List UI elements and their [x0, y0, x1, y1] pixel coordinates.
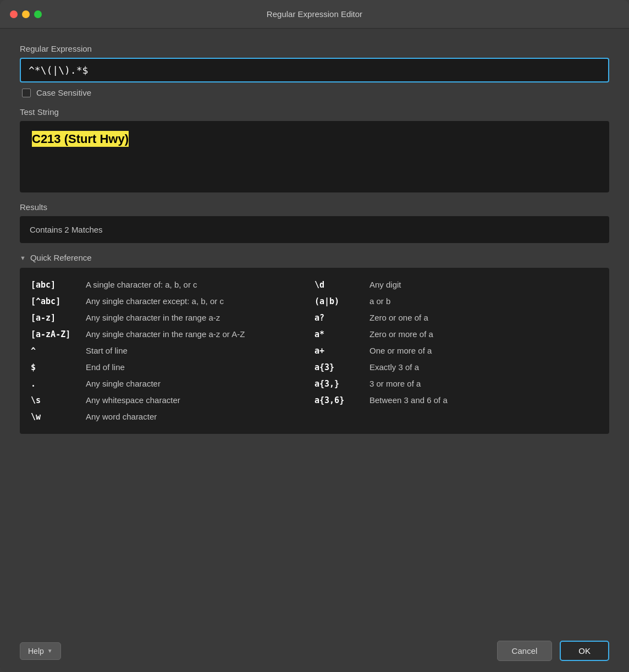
footer-right-buttons: Cancel OK: [497, 641, 609, 661]
ref-token: a{3,6}: [314, 395, 369, 405]
results-section: Results Contains 2 Matches: [20, 202, 609, 243]
ref-desc: End of line: [86, 362, 314, 372]
test-string-highlighted: C213 (Sturt Hwy): [32, 132, 129, 146]
cancel-button[interactable]: Cancel: [497, 641, 553, 661]
ref-desc: A single character of: a, b, or c: [86, 280, 314, 289]
ref-token: a{3,}: [314, 379, 369, 389]
ref-row: \s Any whitespace character: [31, 392, 314, 409]
ref-desc: Exactly 3 of a: [369, 362, 598, 372]
ref-row: [a-zA-Z] Any single character in the ran…: [31, 326, 314, 343]
ref-token: (a|b): [314, 296, 369, 306]
ref-token: .: [31, 379, 86, 389]
ref-row: [abc] A single character of: a, b, or c: [31, 277, 314, 293]
ref-desc: Any word character: [86, 412, 314, 421]
footer: Help ▼ Cancel OK: [0, 633, 629, 672]
ref-left-col: [abc] A single character of: a, b, or c …: [31, 277, 314, 425]
help-label: Help: [28, 647, 44, 656]
ref-desc: Any single character: [86, 379, 314, 388]
ref-row: (a|b) a or b: [314, 293, 598, 310]
ref-row: [a-z] Any single character in the range …: [31, 310, 314, 326]
ref-row: a* Zero or more of a: [314, 326, 598, 343]
ref-desc: 3 or more of a: [369, 379, 598, 388]
ref-token: \w: [31, 412, 86, 422]
ref-row: a+ One or more of a: [314, 343, 598, 359]
ref-row: a{3,6} Between 3 and 6 of a: [314, 392, 598, 409]
case-sensitive-label: Case Sensitive: [36, 88, 91, 97]
minimize-button[interactable]: [22, 10, 30, 18]
test-string-section: Test String C213 (Sturt Hwy): [20, 107, 609, 192]
window-controls: [10, 10, 42, 18]
ref-row: ^ Start of line: [31, 343, 314, 359]
case-sensitive-checkbox[interactable]: [22, 89, 31, 97]
test-string-box[interactable]: C213 (Sturt Hwy): [20, 121, 609, 192]
ref-token: a{3}: [314, 362, 369, 372]
ref-token: [abc]: [31, 280, 86, 290]
ref-row: [^abc] Any single character except: a, b…: [31, 293, 314, 310]
case-sensitive-row: Case Sensitive: [20, 88, 609, 97]
ref-row: $ End of line: [31, 359, 314, 376]
ok-button[interactable]: OK: [560, 641, 609, 661]
quick-reference-header[interactable]: ▼ Quick Reference: [20, 253, 609, 262]
results-label: Results: [20, 202, 609, 212]
ref-desc: Any single character in the range a-z or…: [86, 329, 314, 339]
ref-row: a{3} Exactly 3 of a: [314, 359, 598, 376]
ref-row: \w Any word character: [31, 409, 314, 425]
ref-token: [a-z]: [31, 313, 86, 323]
ref-token: \s: [31, 395, 86, 405]
ref-token: a+: [314, 346, 369, 356]
ref-row: a{3,} 3 or more of a: [314, 376, 598, 392]
ref-desc: a or b: [369, 296, 598, 306]
regex-input-wrapper: [20, 58, 609, 82]
ref-desc: Between 3 and 6 of a: [369, 395, 598, 405]
content-area: Regular Expression Case Sensitive Test S…: [0, 29, 629, 633]
help-chevron-icon: ▼: [47, 648, 53, 654]
ref-desc: Zero or one of a: [369, 313, 598, 322]
quick-reference-box: [abc] A single character of: a, b, or c …: [20, 268, 609, 434]
main-window: Regular Expression Editor Regular Expres…: [0, 0, 629, 672]
ref-desc: One or more of a: [369, 346, 598, 355]
ref-token: $: [31, 362, 86, 372]
ref-token: a?: [314, 313, 369, 323]
help-button[interactable]: Help ▼: [20, 642, 61, 660]
maximize-button[interactable]: [34, 10, 42, 18]
regex-input[interactable]: [29, 64, 600, 76]
ref-token: [^abc]: [31, 296, 86, 306]
highlight-text: C213 (Sturt Hwy): [32, 131, 129, 147]
results-box: Contains 2 Matches: [20, 216, 609, 243]
regex-section: Regular Expression Case Sensitive: [20, 44, 609, 97]
quick-reference-label: Quick Reference: [30, 253, 92, 262]
window-title: Regular Expression Editor: [267, 9, 362, 19]
close-button[interactable]: [10, 10, 18, 18]
ref-desc: Start of line: [86, 346, 314, 355]
ref-token: \d: [314, 280, 369, 290]
ref-row: \d Any digit: [314, 277, 598, 293]
test-string-label: Test String: [20, 107, 609, 117]
ref-token: a*: [314, 329, 369, 339]
ref-desc: Any digit: [369, 280, 598, 289]
ref-desc: Zero or more of a: [369, 329, 598, 339]
ref-desc: Any single character except: a, b, or c: [86, 296, 314, 306]
collapse-icon: ▼: [20, 255, 26, 261]
ref-desc: Any whitespace character: [86, 395, 314, 405]
ref-table: [abc] A single character of: a, b, or c …: [31, 277, 598, 425]
regex-section-label: Regular Expression: [20, 44, 609, 53]
ref-desc: Any single character in the range a-z: [86, 313, 314, 322]
title-bar: Regular Expression Editor: [0, 0, 629, 29]
ref-token: ^: [31, 346, 86, 356]
results-text: Contains 2 Matches: [30, 225, 103, 234]
ref-right-col: \d Any digit (a|b) a or b a? Zero or one…: [314, 277, 598, 425]
ref-row: . Any single character: [31, 376, 314, 392]
ref-row: a? Zero or one of a: [314, 310, 598, 326]
ref-token: [a-zA-Z]: [31, 329, 86, 339]
quick-reference-section: ▼ Quick Reference [abc] A single charact…: [20, 253, 609, 434]
